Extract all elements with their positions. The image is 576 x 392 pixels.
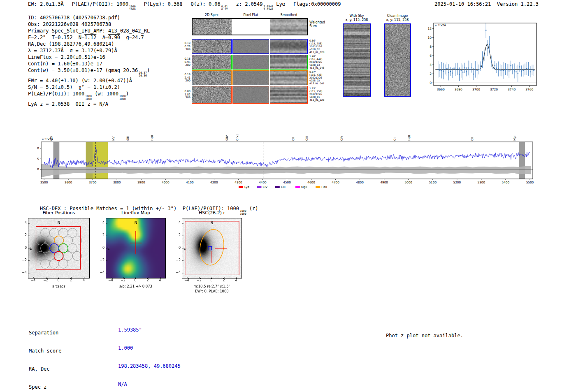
spec2d-row-info: 0.66"(115, 258)20221226v028_02413_RL_028: [309, 39, 324, 54]
svg-text:N: N: [58, 220, 60, 225]
svg-text:MgII: MgII: [513, 135, 516, 141]
plae-fraction: 10001000: [129, 5, 136, 11]
line-type-label: Lyα: [276, 1, 285, 7]
axis-tick-label: −4: [107, 278, 114, 282]
smoothed-image: [270, 71, 307, 85]
svg-text:CIV: CIV: [50, 136, 53, 141]
axis-tick-label: −2: [42, 278, 49, 282]
table-row-label: Match score: [29, 348, 73, 354]
info-cont-w: Cont(w) = 3.50(±0.01)e-17 (gmag 20.3620.…: [28, 67, 150, 77]
axis-tick-label: −2: [195, 278, 203, 282]
lineflux-map-title: Lineflux Map: [106, 210, 166, 216]
fiber-smoothed-image: [270, 55, 308, 70]
axis-tick-label: 4: [19, 221, 27, 225]
info-radec: RA,Dec (198.282776,49.680214): [28, 41, 150, 47]
svg-text:SiIV: SiIV: [225, 135, 229, 141]
fraction-bottom: 1000: [129, 8, 136, 11]
svg-text:5200: 5200: [453, 181, 461, 184]
svg-text:3740: 3740: [508, 88, 516, 91]
svg-text:5100: 5100: [429, 181, 437, 184]
match-table-labels: Separation Match score RA, Dec Spec z Ph…: [29, 318, 73, 392]
axis-tick-label: 2: [97, 233, 105, 237]
svg-text:Lyα: Lyα: [244, 186, 249, 189]
lineflux-map: NE: [106, 218, 166, 278]
spec2d-fiber-row: [192, 55, 308, 70]
svg-text:CIII: CIII: [281, 186, 286, 189]
svg-text:E: E: [107, 246, 109, 251]
axis-tick-label: 0: [97, 246, 105, 250]
info-ewr: EWr = 4.40(±1.10) (w: 2.00(±0.47))Å: [28, 77, 150, 84]
plae-poii-value: P(LAE)/P(OII): 100010001000: [72, 1, 136, 11]
axis-tick-label: 2: [19, 233, 27, 237]
axis-tick-label: −4: [29, 278, 37, 282]
with-sky-canvas: [344, 24, 370, 96]
info-wavelength: λ = 3712.37Å σ = 3.17(±0.79)Å: [28, 47, 150, 54]
fraction-bottom: 20.36: [139, 74, 147, 77]
fraction-bottom: 1000: [85, 98, 92, 101]
timestamp-version: 2025-01-10 16:56:21 Version 1.22.3: [434, 1, 539, 7]
svg-text:4400: 4400: [259, 181, 267, 184]
svg-text:12: 12: [427, 27, 432, 30]
svg-text:NV: NV: [112, 137, 115, 141]
detection-info-block: ID: 4025706738 (4025706738.pdf) Obs: 202…: [28, 14, 150, 107]
svg-text:4100: 4100: [186, 181, 194, 184]
svg-text:CIII: CIII: [305, 136, 309, 141]
fiber-positions-map: NE: [28, 218, 90, 278]
hsc-cutout-image: NE: [182, 218, 242, 278]
svg-text:SiII: SiII: [126, 136, 130, 141]
smoothed-image: [270, 55, 307, 69]
axis-tick-label: −2: [97, 258, 105, 262]
table-row-label: Separation: [29, 330, 73, 336]
noise-image: [192, 71, 231, 85]
spec2d-row-stats: 0.160.95289: [181, 58, 190, 67]
svg-text:5000: 5000: [404, 181, 412, 184]
svg-text:3720: 3720: [490, 88, 498, 91]
svg-text:4800: 4800: [356, 181, 364, 184]
flat-image: [233, 39, 269, 53]
fraction-bottom: 1000: [119, 98, 126, 101]
svg-text:4600: 4600: [307, 181, 315, 184]
clean-image-canvas: [385, 24, 410, 96]
svg-text:3760: 3760: [525, 88, 533, 91]
svg-text:E: E: [183, 246, 186, 251]
z-value: z: 2.05492.05492.0549 Lyα: [236, 1, 285, 11]
axis-tick-label: −4: [173, 271, 181, 274]
axis-tick-label: −2: [19, 258, 27, 262]
with-sky-image: [343, 23, 371, 97]
flat-image: [233, 71, 269, 85]
qz-fraction: 0.010.17: [221, 5, 228, 11]
axis-tick-label: 4: [80, 278, 88, 282]
lineflux-overlay: NE: [106, 218, 165, 278]
p-lya-value: P(Lyα): 0.368: [144, 1, 183, 11]
svg-text:e⁻¹⁷x2Å: e⁻¹⁷x2Å: [435, 23, 446, 27]
svg-text:4300: 4300: [235, 181, 242, 184]
fiber-pixelflat-image: [232, 86, 269, 104]
flags-value: Flags:0x00000009: [293, 1, 341, 11]
qz-value: Q(z): 0.060.010.17: [191, 1, 228, 11]
axis-tick-label: 4: [232, 278, 240, 282]
svg-text:5400: 5400: [502, 181, 510, 184]
svg-text:CII: CII: [292, 137, 295, 141]
svg-text:3700: 3700: [89, 181, 97, 184]
svg-text:3900: 3900: [137, 181, 145, 184]
fiber-pixelflat-image: [232, 70, 269, 85]
axis-tick-label: 0: [208, 278, 215, 282]
plae-fraction-2: 10001000: [119, 95, 126, 101]
axis-tick-label: 0: [173, 246, 181, 250]
fiber-xlabel: arcsecs: [28, 284, 90, 288]
spec2d-row-info: 1.48"(116, 442)20221226v028_03413_RL_048: [309, 55, 324, 70]
axis-tick-label: 4: [97, 221, 105, 225]
svg-text:3700: 3700: [472, 88, 480, 91]
info-sn-chi2: S/N = 5.2(±0.5) χ² = 1.1(±0.2): [28, 84, 150, 90]
svg-text:4700: 4700: [332, 181, 339, 184]
table-row-value: 1.000: [118, 345, 181, 351]
clean-image-title: Clean Image x, y: 115, 258: [384, 14, 411, 22]
weighted-sum-label: Weighted Sum: [309, 21, 325, 28]
axis-tick-label: 2: [144, 278, 151, 282]
noise-image: [192, 39, 231, 53]
mean-a-value: 0.90: [108, 35, 120, 40]
hsc-cutout-overlay: NE: [182, 218, 242, 278]
axis-tick-label: −2: [173, 258, 181, 262]
svg-text:HeII: HeII: [151, 135, 154, 141]
z-fraction: 2.05492.0549: [264, 5, 273, 11]
